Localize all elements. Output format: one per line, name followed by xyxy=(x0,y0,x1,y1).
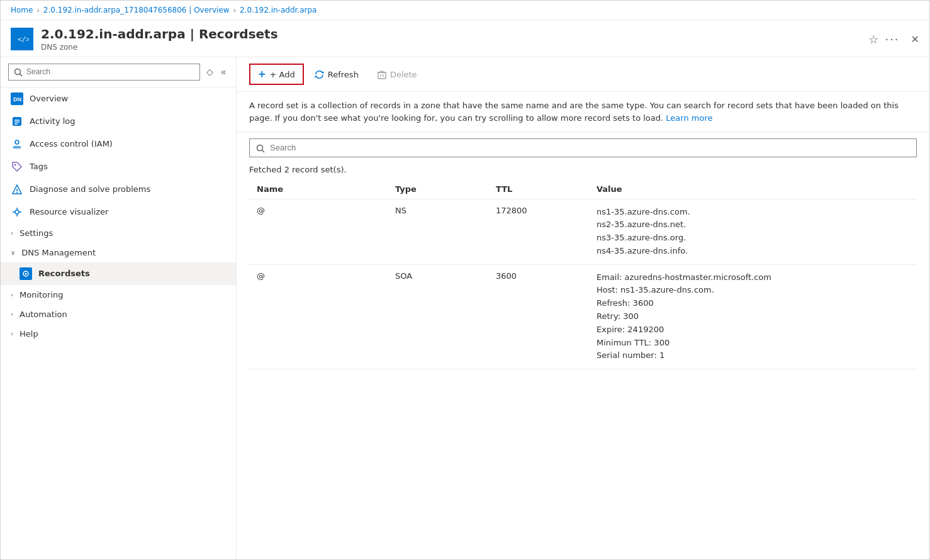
collapse-button[interactable]: « xyxy=(218,64,228,79)
sidebar-item-diagnose[interactable]: Diagnose and solve problems xyxy=(1,178,236,201)
page-title: 2.0.192.in-addr.arpa | Recordsets xyxy=(41,26,861,42)
recordsets-icon xyxy=(20,267,32,280)
table-row[interactable]: @SOA3600Email: azuredns-hostmaster.micro… xyxy=(249,264,917,369)
description-area: A record set is a collection of records … xyxy=(237,92,929,132)
content-search-area xyxy=(237,132,929,164)
svg-point-24 xyxy=(25,272,27,274)
cell-type: SOA xyxy=(388,264,488,369)
resource-visualizer-icon xyxy=(11,206,23,218)
delete-icon xyxy=(378,69,386,79)
sidebar-item-dns-management[interactable]: ∨ DNS Management xyxy=(1,243,236,262)
sidebar-item-help-label: Help xyxy=(20,329,226,339)
more-options-icon[interactable]: ··· xyxy=(885,33,899,46)
overview-icon: DNS xyxy=(11,92,23,105)
breadcrumb-sep-2: › xyxy=(233,6,236,14)
monitoring-chevron-icon: › xyxy=(11,291,13,298)
header-actions: ☆ ··· ✕ xyxy=(868,33,919,46)
sidebar-item-diagnose-label: Diagnose and solve problems xyxy=(30,184,226,194)
iam-icon xyxy=(11,138,23,150)
sidebar-item-iam[interactable]: Access control (IAM) xyxy=(1,133,236,155)
col-header-type: Type xyxy=(388,179,488,199)
svg-point-10 xyxy=(15,140,19,144)
svg-point-13 xyxy=(19,146,21,148)
col-header-name: Name xyxy=(249,179,388,199)
svg-point-16 xyxy=(16,192,18,193)
refresh-button[interactable]: Refresh xyxy=(306,65,367,84)
cell-name: @ xyxy=(249,199,388,264)
breadcrumb-home[interactable]: Home xyxy=(11,6,33,14)
svg-rect-25 xyxy=(378,72,386,79)
col-header-value: Value xyxy=(589,179,917,199)
page-header: </> 2.0.192.in-addr.arpa | Recordsets DN… xyxy=(1,20,929,57)
page-subtitle: DNS zone xyxy=(41,43,861,52)
sidebar-item-recordsets[interactable]: Recordsets xyxy=(1,262,236,285)
main-content: + + Add Refresh Delete A xyxy=(237,57,929,559)
cell-ttl: 3600 xyxy=(488,264,589,369)
add-icon: + xyxy=(258,69,266,80)
help-chevron-icon: › xyxy=(11,330,13,337)
sidebar-item-help[interactable]: › Help xyxy=(1,324,236,344)
fetched-text: Fetched 2 record set(s). xyxy=(249,165,347,174)
sidebar-item-resource-visualizer[interactable]: Resource visualizer xyxy=(1,201,236,223)
learn-more-link[interactable]: Learn more xyxy=(666,113,712,123)
header-title-group: 2.0.192.in-addr.arpa | Recordsets DNS zo… xyxy=(41,26,861,52)
toolbar: + + Add Refresh Delete xyxy=(237,57,929,92)
sidebar: ◇ « DNS Overview Act xyxy=(1,57,237,559)
sidebar-item-activity-log[interactable]: Activity log xyxy=(1,110,236,133)
fetched-info: Fetched 2 record set(s). xyxy=(237,164,929,179)
content-search-box xyxy=(249,138,917,157)
svg-point-2 xyxy=(15,69,21,74)
refresh-label: Refresh xyxy=(328,70,359,79)
records-table: Name Type TTL Value @NS172800ns1-35.azur… xyxy=(249,179,917,370)
breadcrumb-zone[interactable]: 2.0.192.in-addr.arpa xyxy=(240,6,317,14)
sidebar-search-area: ◇ « xyxy=(1,57,236,87)
svg-point-12 xyxy=(16,146,18,148)
sidebar-item-overview-label: Overview xyxy=(30,94,226,103)
search-icon xyxy=(14,67,23,77)
sidebar-item-overview[interactable]: DNS Overview xyxy=(1,87,236,110)
sidebar-item-automation[interactable]: › Automation xyxy=(1,305,236,324)
sidebar-item-monitoring[interactable]: › Monitoring xyxy=(1,285,236,305)
content-search-input[interactable] xyxy=(270,143,910,152)
svg-line-3 xyxy=(20,74,23,76)
sidebar-item-tags-label: Tags xyxy=(30,162,226,171)
delete-button[interactable]: Delete xyxy=(369,65,425,84)
sidebar-search-box xyxy=(8,64,200,81)
sidebar-item-iam-label: Access control (IAM) xyxy=(30,139,226,148)
main-container: Home › 2.0.192.in-addr.arpa_171804765680… xyxy=(0,0,930,560)
automation-chevron-icon: › xyxy=(11,311,13,318)
svg-point-14 xyxy=(14,164,16,165)
cell-value: Email: azuredns-hostmaster.microsoft.com… xyxy=(589,264,917,369)
cell-value: ns1-35.azure-dns.com. ns2-35.azure-dns.n… xyxy=(589,199,917,264)
table-row[interactable]: @NS172800ns1-35.azure-dns.com. ns2-35.az… xyxy=(249,199,917,264)
svg-point-11 xyxy=(14,146,16,148)
cell-name: @ xyxy=(249,264,388,369)
svg-point-29 xyxy=(257,145,263,150)
sidebar-item-dns-management-label: DNS Management xyxy=(21,248,226,257)
filter-button[interactable]: ◇ xyxy=(204,64,216,79)
sidebar-item-settings-label: Settings xyxy=(20,228,226,238)
sidebar-item-settings[interactable]: › Settings xyxy=(1,223,236,243)
close-icon[interactable]: ✕ xyxy=(911,33,919,45)
svg-rect-6 xyxy=(13,117,21,126)
favorite-icon[interactable]: ☆ xyxy=(868,33,878,46)
tag-icon xyxy=(11,160,23,173)
sidebar-toolbar-actions: ◇ « xyxy=(204,64,228,79)
table-header-row: Name Type TTL Value xyxy=(249,179,917,199)
breadcrumb-sep-1: › xyxy=(36,6,39,14)
breadcrumb-overview[interactable]: 2.0.192.in-addr.arpa_1718047656806 | Ove… xyxy=(43,6,230,14)
sidebar-item-resource-viz-label: Resource visualizer xyxy=(30,207,226,216)
col-header-ttl: TTL xyxy=(488,179,589,199)
add-button[interactable]: + + Add xyxy=(249,64,304,85)
sidebar-item-tags[interactable]: Tags xyxy=(1,155,236,178)
refresh-icon xyxy=(315,69,324,79)
sidebar-item-recordsets-label: Recordsets xyxy=(38,269,226,278)
dns-management-chevron-icon: ∨ xyxy=(11,249,15,256)
settings-chevron-icon: › xyxy=(11,230,13,237)
sidebar-item-automation-label: Automation xyxy=(20,310,226,319)
search-input[interactable] xyxy=(26,67,194,76)
records-table-container: Name Type TTL Value @NS172800ns1-35.azur… xyxy=(237,179,929,560)
diagnose-icon xyxy=(11,183,23,196)
add-label: + Add xyxy=(270,70,295,79)
sidebar-item-monitoring-label: Monitoring xyxy=(20,290,226,300)
